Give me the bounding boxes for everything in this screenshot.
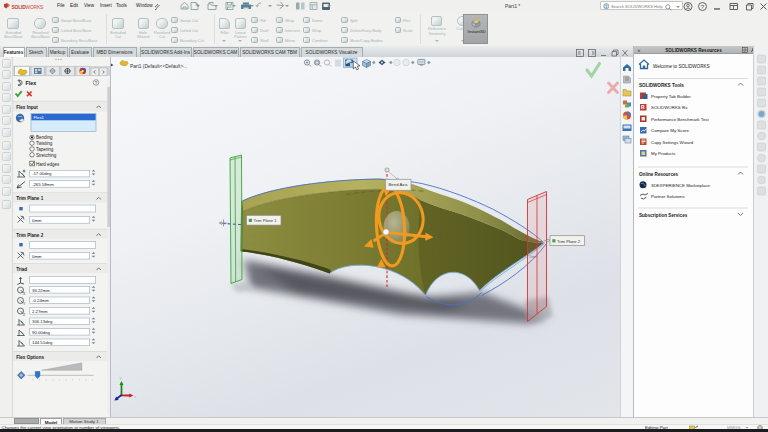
svg-text:Z: Z: [23, 312, 26, 316]
svg-text:WORKS: WORKS: [26, 5, 45, 10]
svg-text:-0.24mm: -0.24mm: [32, 298, 49, 303]
svg-text:?: ?: [95, 80, 98, 85]
svg-text:Y: Y: [119, 376, 122, 381]
svg-text:My Products: My Products: [651, 151, 676, 156]
svg-text:Triad: Triad: [16, 266, 27, 271]
svg-text:2.27mm: 2.27mm: [32, 308, 48, 313]
svg-text:x: x: [134, 393, 136, 398]
svg-text:Trim Plane 1: Trim Plane 1: [253, 218, 277, 223]
svg-text:Online Resources: Online Resources: [639, 172, 679, 177]
svg-text:Bending: Bending: [36, 135, 53, 140]
svg-text:SOLID: SOLID: [12, 5, 27, 10]
svg-text:Part1 (Default<<Default>...: Part1 (Default<<Default>...: [130, 64, 187, 69]
svg-text:Tapering: Tapering: [36, 146, 54, 151]
svg-text:Y: Y: [364, 249, 367, 254]
svg-text:Twisting: Twisting: [36, 141, 53, 146]
svg-text:90.00deg: 90.00deg: [32, 329, 51, 334]
svg-text:36.22mm: 36.22mm: [32, 287, 50, 292]
svg-text:Flex Input: Flex Input: [16, 105, 38, 110]
svg-text:Performance Benchmark Test: Performance Benchmark Test: [651, 116, 710, 121]
svg-text:?: ?: [701, 3, 705, 9]
svg-text:-265.58mm: -265.58mm: [32, 181, 54, 186]
svg-text:144.51deg: 144.51deg: [32, 340, 53, 345]
svg-text:Copy Settings Wizard: Copy Settings Wizard: [651, 139, 694, 144]
svg-text:SOLIDWORKS Rx: SOLIDWORKS Rx: [651, 105, 688, 110]
svg-text:Flex Options: Flex Options: [16, 354, 44, 359]
svg-text:X: X: [23, 291, 26, 295]
svg-text:Welcome to SOLIDWORKS: Welcome to SOLIDWORKS: [653, 63, 710, 68]
svg-text:Trim Plane 2: Trim Plane 2: [557, 238, 581, 243]
svg-text:0mm: 0mm: [32, 217, 42, 222]
svg-text:Bend Axis: Bend Axis: [388, 182, 407, 187]
svg-text:R: R: [641, 104, 645, 110]
svg-text:Property Tab Builder: Property Tab Builder: [651, 93, 691, 98]
svg-text:0mm: 0mm: [529, 254, 537, 258]
svg-text:SOLIDWORKS Tools: SOLIDWORKS Tools: [639, 83, 684, 88]
svg-text:Z: Z: [437, 230, 440, 236]
svg-text:3DEXPERIENCE Marketplace: 3DEXPERIENCE Marketplace: [651, 182, 711, 187]
svg-text:Y: Y: [23, 302, 26, 306]
svg-text:Trim Plane 1: Trim Plane 1: [16, 196, 44, 201]
svg-text:Compare My Score: Compare My Score: [651, 128, 689, 133]
svg-text:Partner Solutions: Partner Solutions: [651, 194, 685, 199]
svg-text:Subscription Services: Subscription Services: [639, 213, 688, 218]
svg-text:Stretching: Stretching: [36, 152, 57, 157]
svg-text:Hard edges: Hard edges: [36, 161, 60, 166]
svg-text:Trim Plane 2: Trim Plane 2: [16, 232, 44, 237]
svg-text:306.13deg: 306.13deg: [32, 319, 53, 324]
svg-text:Flex: Flex: [26, 80, 37, 86]
svg-text:Flex1: Flex1: [34, 114, 45, 119]
svg-text:0mm: 0mm: [32, 253, 42, 258]
svg-text:-17.00deg: -17.00deg: [32, 171, 52, 176]
